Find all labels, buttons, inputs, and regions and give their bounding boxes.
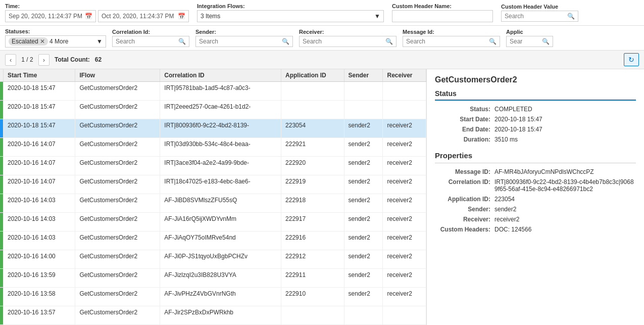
calendar-end-icon[interactable]: 📅 bbox=[178, 13, 185, 20]
sender-column-header: Sender bbox=[344, 69, 383, 82]
corr-id-cell: IRT|95781bab-1ad5-4c87-a0c3- bbox=[160, 82, 281, 101]
sender-cell: sender2 bbox=[344, 231, 383, 250]
sender-cell: sender2 bbox=[344, 138, 383, 157]
custom-headers-prop-row: Custom Headers: DOC: 124566 bbox=[435, 226, 636, 233]
receiver-search-wrap[interactable]: 🔍 bbox=[299, 36, 397, 47]
custom-header-value-search[interactable]: 🔍 bbox=[501, 11, 578, 22]
corr-id-cell: AF-Ji0P-JS1tqyoUxBgbPCHZv bbox=[160, 250, 281, 269]
integration-flows-label: Integration Flows: bbox=[197, 3, 384, 9]
table-row[interactable]: 2020-10-16 14:03GetCustomersOrder2AF-JiA… bbox=[0, 231, 426, 250]
message-id-label: Message Id: bbox=[403, 29, 500, 35]
iflow-cell: GetCustomersOrder2 bbox=[75, 138, 160, 157]
start-date-value: Sep 20, 2020, 11:24:37 PM bbox=[9, 13, 82, 20]
custom-header-value-input[interactable] bbox=[505, 13, 565, 20]
chevron-down-icon: ▼ bbox=[374, 13, 380, 20]
message-id-key: Message ID: bbox=[435, 168, 490, 175]
corr-id-cell: IRT|800936f0-9c22-4bd2-8139- bbox=[160, 119, 281, 138]
integration-flows-value: 3 Items bbox=[201, 13, 220, 20]
sender-key: Sender: bbox=[435, 206, 490, 213]
corr-id-cell: IRT|03d930bb-534c-48c4-beaa- bbox=[160, 138, 281, 157]
receiver-search-icon: 🔍 bbox=[385, 38, 393, 45]
table-row[interactable]: 2020-10-16 13:58GetCustomersOrder2AF-Jiv… bbox=[0, 288, 426, 306]
status-value: COMPLETED bbox=[494, 106, 636, 113]
integration-flows-select[interactable]: 3 Items ▼ bbox=[197, 10, 384, 22]
receiver-prop-row: Receiver: receiver2 bbox=[435, 216, 636, 223]
start-time-cell: 2020-10-16 14:03 bbox=[4, 194, 75, 213]
table-row[interactable]: 2020-10-16 14:03GetCustomersOrder2AF-JiB… bbox=[0, 194, 426, 213]
correlation-search-wrap[interactable]: 🔍 bbox=[112, 36, 189, 47]
start-time-cell: 2020-10-16 13:57 bbox=[4, 306, 75, 325]
iflow-cell: GetCustomersOrder2 bbox=[75, 119, 160, 138]
start-time-cell: 2020-10-18 15:47 bbox=[4, 82, 75, 101]
start-time-cell: 2020-10-16 13:59 bbox=[4, 269, 75, 288]
table-row[interactable]: 2020-10-16 14:07GetCustomersOrder2IRT|18… bbox=[0, 175, 426, 194]
table-row[interactable]: 2020-10-16 14:03GetCustomersOrder2AF-JiA… bbox=[0, 213, 426, 231]
next-page-button[interactable]: › bbox=[38, 54, 49, 66]
sender-cell: sender2 bbox=[344, 250, 383, 269]
custom-header-name-input[interactable] bbox=[392, 10, 493, 22]
top-bar: Time: Sep 20, 2020, 11:24:37 PM 📅 Oct 20… bbox=[0, 0, 644, 26]
receiver-cell: receiver2 bbox=[383, 250, 426, 269]
iflow-cell: GetCustomersOrder2 bbox=[75, 231, 160, 250]
table-row[interactable]: 2020-10-16 13:57GetCustomersOrder2AF-Jir… bbox=[0, 306, 426, 325]
message-id-search-input[interactable] bbox=[406, 38, 487, 45]
table-row[interactable]: 2020-10-18 15:47GetCustomersOrder2IRT|95… bbox=[0, 82, 426, 101]
receiver-cell bbox=[383, 306, 426, 325]
receiver-value: receiver2 bbox=[494, 216, 636, 223]
sender-cell: sender2 bbox=[344, 157, 383, 175]
end-date-input[interactable]: Oct 20, 2020, 11:24:37 PM 📅 bbox=[98, 10, 189, 22]
refresh-button[interactable]: ↻ bbox=[624, 53, 639, 66]
sender-search-wrap[interactable]: 🔍 bbox=[195, 36, 293, 47]
applic-search-wrap[interactable]: 🔍 bbox=[506, 36, 553, 47]
iflow-cell: GetCustomersOrder2 bbox=[75, 306, 160, 325]
application-id-column-header: Application ID bbox=[281, 69, 344, 82]
custom-header-value-group: Custom Header Value 🔍 bbox=[501, 4, 578, 22]
applic-search-input[interactable] bbox=[510, 38, 540, 45]
iflow-cell: GetCustomersOrder2 bbox=[75, 101, 160, 119]
iflow-column-header: IFlow bbox=[75, 69, 160, 82]
correlation-search-input[interactable] bbox=[116, 38, 176, 45]
app-id-cell: 222912 bbox=[281, 250, 344, 269]
app-id-cell: 222916 bbox=[281, 231, 344, 250]
custom-headers-value: DOC: 124566 bbox=[494, 226, 636, 233]
integration-flows-group: Integration Flows: 3 Items ▼ bbox=[197, 3, 384, 22]
receiver-cell: receiver2 bbox=[383, 157, 426, 175]
sender-cell: sender2 bbox=[344, 175, 383, 194]
prev-page-button[interactable]: ‹ bbox=[5, 54, 16, 66]
statuses-select[interactable]: Escalated ✕ 4 More ▼ bbox=[5, 35, 106, 48]
sender-cell: sender2 bbox=[344, 288, 383, 306]
custom-header-name-label: Custom Header Name: bbox=[392, 3, 493, 9]
app-id-cell bbox=[281, 82, 344, 101]
remove-escalated-icon[interactable]: ✕ bbox=[40, 38, 45, 45]
calendar-start-icon[interactable]: 📅 bbox=[85, 13, 92, 20]
start-date-prop-row: Start Date: 2020-10-18 15:47 bbox=[435, 116, 636, 123]
iflow-cell: GetCustomersOrder2 bbox=[75, 194, 160, 213]
applic-label: Applic bbox=[506, 29, 553, 35]
app-id-cell: 222918 bbox=[281, 194, 344, 213]
sender-search-input[interactable] bbox=[199, 38, 280, 45]
app-id-cell: 222920 bbox=[281, 157, 344, 175]
table-row[interactable]: 2020-10-18 15:47GetCustomersOrder2IRT|80… bbox=[0, 119, 426, 138]
sender-cell bbox=[344, 306, 383, 325]
correlation-id-key: Correlation ID: bbox=[435, 178, 490, 185]
iflow-cell: GetCustomersOrder2 bbox=[75, 288, 160, 306]
correlation-id-prop-row: Correlation ID: IRT|800936f0-9c22-4bd2-8… bbox=[435, 178, 636, 193]
chevron-statuses-icon: ▼ bbox=[96, 38, 103, 45]
table-row[interactable]: 2020-10-18 15:47GetCustomersOrder2IRT|2e… bbox=[0, 101, 426, 119]
start-time-cell: 2020-10-18 15:47 bbox=[4, 119, 75, 138]
correlation-filter-group: Correlation Id: 🔍 bbox=[112, 29, 189, 47]
start-date-input[interactable]: Sep 20, 2020, 11:24:37 PM 📅 bbox=[5, 10, 96, 22]
escalated-tag-label: Escalated bbox=[12, 38, 38, 45]
table-row[interactable]: 2020-10-16 14:07GetCustomersOrder2IRT|3a… bbox=[0, 157, 426, 175]
table-row[interactable]: 2020-10-16 14:00GetCustomersOrder2AF-Ji0… bbox=[0, 250, 426, 269]
table-row[interactable]: 2020-10-16 14:07GetCustomersOrder2IRT|03… bbox=[0, 138, 426, 157]
start-time-cell: 2020-10-18 15:47 bbox=[4, 101, 75, 119]
table-row[interactable]: 2020-10-16 13:59GetCustomersOrder2AF-Jiz… bbox=[0, 269, 426, 288]
start-date-key: Start Date: bbox=[435, 116, 490, 123]
status-prop-row: Status: COMPLETED bbox=[435, 106, 636, 113]
message-id-search-wrap[interactable]: 🔍 bbox=[403, 36, 500, 47]
sender-cell: sender2 bbox=[344, 213, 383, 231]
sender-cell: sender2 bbox=[344, 269, 383, 288]
iflow-cell: GetCustomersOrder2 bbox=[75, 157, 160, 175]
receiver-search-input[interactable] bbox=[303, 38, 383, 45]
